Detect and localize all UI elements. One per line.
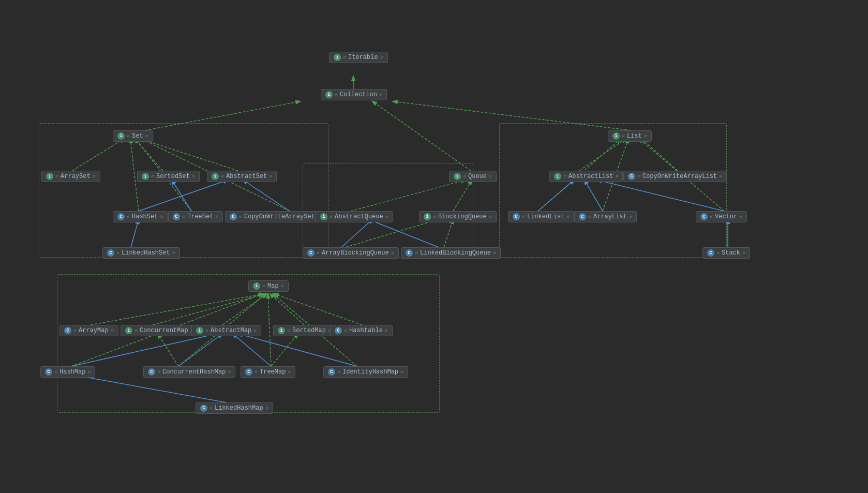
- node-copyonwritearraylist-label: CopyOnWriteArrayList: [642, 173, 717, 180]
- arrayset-icon-i: i: [46, 173, 53, 180]
- linkedhashset-icon-c: C: [107, 249, 114, 257]
- node-hashset[interactable]: C « HashSet »: [113, 211, 168, 222]
- node-blockingqueue[interactable]: i « BlockingQueue »: [419, 211, 497, 222]
- node-linkedblockingqueue[interactable]: C « LinkedBlockingQueue »: [401, 247, 501, 259]
- node-concurrenthashmap[interactable]: C « ConcurrentHashMap »: [143, 366, 235, 378]
- node-stack[interactable]: C « Stack »: [702, 247, 750, 259]
- node-copyonwritearrayset-label: CopyOnWriteArraySet: [244, 213, 315, 220]
- node-abstractqueue[interactable]: i « AbstractQueue »: [316, 211, 393, 222]
- abstractmap-icon-i: i: [196, 327, 203, 334]
- node-sortedset[interactable]: i « SortedSet »: [137, 171, 200, 182]
- concurrentmap-icon-i: i: [125, 327, 132, 334]
- node-collection-label: Collection: [340, 91, 377, 98]
- node-arraymap-label: ArrayMap: [79, 327, 109, 334]
- copyonwritearraylist-icon-c: C: [628, 173, 635, 180]
- node-treemap[interactable]: C « TreeMap »: [241, 366, 295, 378]
- node-linkedlist-label: LinkedList: [527, 213, 564, 220]
- map-group-box: [57, 274, 440, 413]
- node-abstractmap[interactable]: i « AbstractMap »: [191, 325, 261, 336]
- node-iterable[interactable]: i « Iterable »: [329, 52, 388, 63]
- node-abstractset-label: AbstractSet: [226, 173, 267, 180]
- node-arrayblockingqueue[interactable]: C « ArrayBlockingQueue »: [303, 247, 399, 259]
- node-treeset-label: TreeSet: [187, 213, 213, 220]
- node-arrayset-label: ArraySet: [61, 173, 91, 180]
- node-linkedhashset[interactable]: C « LinkedHashSet »: [102, 247, 180, 259]
- copyonwritearrayset-icon-c: C: [230, 213, 237, 220]
- node-vector[interactable]: C « Vector »: [696, 211, 747, 222]
- node-abstractlist[interactable]: i « AbstractList »: [549, 171, 623, 182]
- node-set[interactable]: i « Set »: [113, 130, 153, 142]
- node-sortedset-label: SortedSet: [156, 173, 190, 180]
- svg-line-2: [372, 101, 471, 171]
- node-hashtable-label: Hashtable: [349, 327, 383, 334]
- node-abstractlist-label: AbstractList: [568, 173, 613, 180]
- node-arraylist-label: ArrayList: [593, 213, 627, 220]
- abstractqueue-icon-i: i: [320, 213, 327, 220]
- node-hashmap-label: HashMap: [59, 368, 85, 376]
- hashmap-icon-c: C: [45, 368, 52, 376]
- node-collection[interactable]: i « Collection »: [321, 89, 387, 100]
- node-arrayblockingqueue-label: ArrayBlockingQueue: [322, 249, 389, 257]
- node-concurrentmap[interactable]: i « ConcurrentMap »: [121, 325, 198, 336]
- node-identityhashmap-label: IdentityHashMap: [342, 368, 398, 376]
- node-linkedhashmap[interactable]: C « LinkedHashMap »: [196, 402, 273, 414]
- identityhashmap-icon-c: C: [328, 368, 335, 376]
- set-icon-i: i: [117, 132, 125, 140]
- node-stack-label: Stack: [722, 249, 740, 257]
- node-treemap-label: TreeMap: [260, 368, 286, 376]
- node-sortedmap-label: SortedMap: [292, 327, 326, 334]
- node-abstractmap-label: AbstractMap: [211, 327, 251, 334]
- node-map[interactable]: i « Map »: [248, 280, 289, 292]
- node-linkedlist[interactable]: C « LinkedList »: [508, 211, 574, 222]
- node-arrayset[interactable]: i « ArraySet »: [41, 171, 100, 182]
- abstractlist-icon-i: i: [554, 173, 561, 180]
- node-concurrentmap-label: ConcurrentMap: [140, 327, 188, 334]
- sortedmap-icon-i: i: [278, 327, 285, 334]
- list-group-box: [499, 123, 727, 258]
- node-copyonwritearraylist[interactable]: C « CopyOnWriteArrayList »: [623, 171, 727, 182]
- iterable-icon-i: i: [334, 54, 341, 61]
- node-hashmap[interactable]: C « HashMap »: [40, 366, 95, 378]
- arraymap-icon-c: C: [64, 327, 71, 334]
- node-set-label: Set: [132, 132, 143, 140]
- collection-icon-i: i: [325, 91, 333, 98]
- node-identityhashmap[interactable]: C « IdentityHashMap »: [323, 366, 408, 378]
- arraylist-icon-c: C: [579, 213, 586, 220]
- node-linkedhashmap-label: LinkedHashMap: [215, 405, 263, 412]
- set-group-box: [39, 123, 328, 258]
- vector-icon-c: C: [700, 213, 708, 220]
- node-abstractset[interactable]: i « AbstractSet »: [207, 171, 277, 182]
- node-hashset-label: HashSet: [132, 213, 158, 220]
- node-vector-label: Vector: [715, 213, 737, 220]
- node-treeset[interactable]: C « TreeSet »: [168, 211, 223, 222]
- node-arraylist[interactable]: C « ArrayList »: [574, 211, 637, 222]
- linkedblockingqueue-icon-c: C: [406, 249, 413, 257]
- arrayblockingqueue-icon-c: C: [307, 249, 315, 257]
- hashtable-icon-c: C: [335, 327, 342, 334]
- node-list[interactable]: i « List »: [608, 130, 652, 142]
- node-queue-label: Queue: [468, 173, 487, 180]
- hashset-icon-c: C: [117, 213, 125, 220]
- node-blockingqueue-label: BlockingQueue: [438, 213, 487, 220]
- node-list-label: List: [627, 132, 642, 140]
- sortedset-icon-i: i: [142, 173, 149, 180]
- diagram-container: i « Iterable » i « Collection » i « Set …: [0, 0, 868, 493]
- queue-icon-i: i: [454, 173, 461, 180]
- node-hashtable[interactable]: C « Hashtable »: [330, 325, 393, 336]
- node-abstractqueue-label: AbstractQueue: [335, 213, 383, 220]
- node-copyonwritearrayset[interactable]: C « CopyOnWriteArraySet »: [225, 211, 325, 222]
- node-map-label: Map: [267, 282, 279, 290]
- node-queue[interactable]: i « Queue »: [449, 171, 497, 182]
- queue-group-box: [303, 163, 473, 258]
- node-linkedblockingqueue-label: LinkedBlockingQueue: [420, 249, 491, 257]
- list-icon-i: i: [612, 132, 620, 140]
- abstractset-icon-i: i: [212, 173, 219, 180]
- node-sortedmap[interactable]: i « SortedMap »: [273, 325, 336, 336]
- node-concurrenthashmap-label: ConcurrentHashMap: [162, 368, 226, 376]
- stack-icon-c: C: [707, 249, 714, 257]
- node-linkedhashset-label: LinkedHashSet: [122, 249, 170, 257]
- node-arraymap[interactable]: C « ArrayMap »: [59, 325, 118, 336]
- treeset-icon-c: C: [173, 213, 180, 220]
- treemap-icon-c: C: [245, 368, 252, 376]
- blockingqueue-icon-i: i: [424, 213, 431, 220]
